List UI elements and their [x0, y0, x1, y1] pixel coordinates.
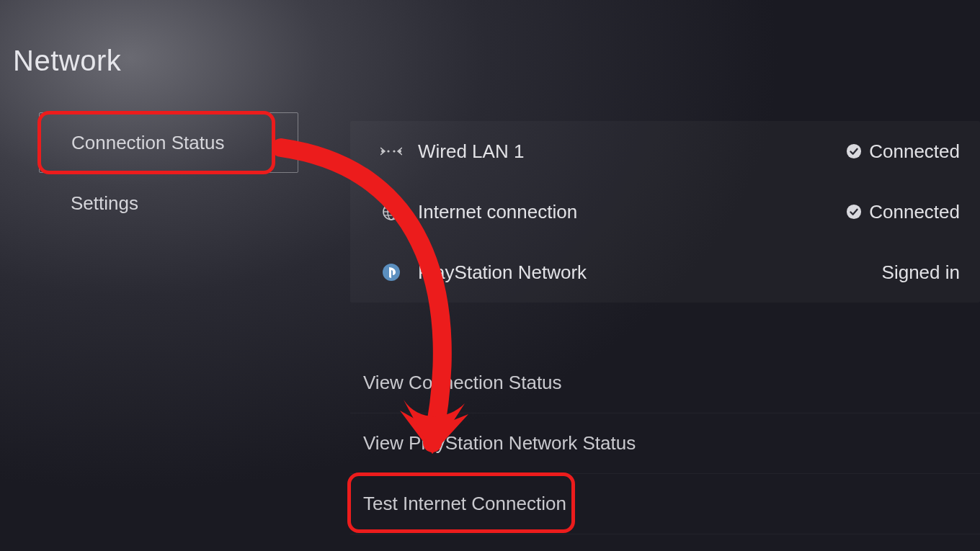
action-view-psn-status[interactable]: View PlayStation Network Status [350, 413, 980, 474]
action-view-connection-status[interactable]: View Connection Status [350, 353, 980, 413]
check-icon [846, 204, 862, 220]
page-title: Network [13, 45, 121, 77]
status-row-value: Connected [846, 140, 960, 163]
action-label: View Connection Status [363, 372, 562, 394]
wired-icon [380, 145, 402, 158]
svg-point-4 [847, 144, 861, 158]
check-icon [846, 143, 862, 159]
psn-icon [380, 263, 402, 282]
globe-icon [380, 202, 402, 221]
svg-point-10 [847, 205, 861, 219]
sidebar-item-settings[interactable]: Settings [39, 173, 298, 233]
status-row-psn[interactable]: PlayStation Network Signed in [350, 242, 980, 303]
action-label: Test Internet Connection [363, 493, 566, 515]
svg-point-1 [387, 150, 389, 152]
action-test-internet-connection[interactable]: Test Internet Connection [350, 474, 980, 534]
status-row-value: Signed in [882, 261, 960, 284]
status-row-internet[interactable]: Internet connection Connected [350, 182, 980, 242]
action-label: View PlayStation Network Status [363, 432, 636, 454]
actions-list: View Connection Status View PlayStation … [350, 353, 980, 534]
status-row-wired[interactable]: Wired LAN 1 Connected [350, 121, 980, 182]
status-panel: Wired LAN 1 Connected Internet connectio… [350, 121, 980, 303]
sidebar-item-label: Connection Status [71, 132, 224, 154]
status-row-value: Connected [846, 201, 960, 223]
status-row-label: Wired LAN 1 [418, 140, 524, 163]
sidebar-item-connection-status[interactable]: Connection Status [39, 112, 298, 173]
status-row-label: Internet connection [418, 201, 577, 223]
status-row-label: PlayStation Network [418, 261, 587, 284]
sidebar-item-label: Settings [71, 192, 138, 215]
svg-point-2 [393, 150, 395, 152]
sidebar: Connection Status Settings [39, 112, 298, 233]
